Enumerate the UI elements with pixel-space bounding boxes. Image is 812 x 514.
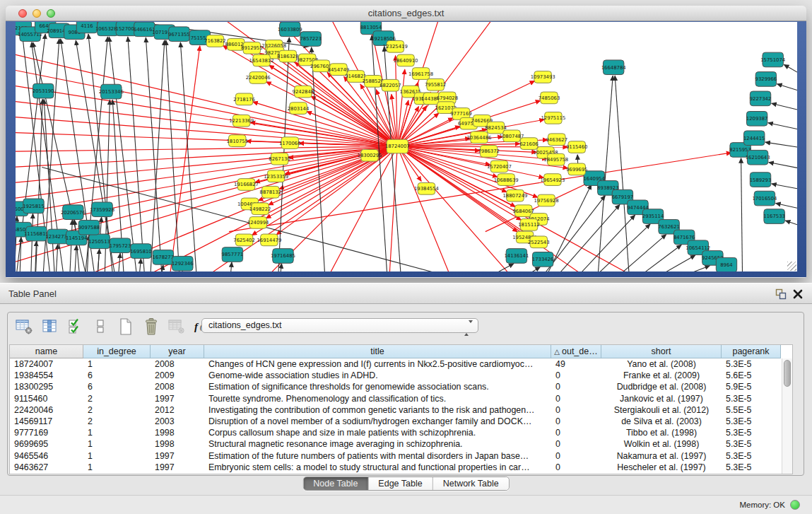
- graph-node[interactable]: 16961758: [408, 68, 433, 80]
- graph-node[interactable]: 18640910: [394, 54, 418, 66]
- graph-node[interactable]: 15751074: [760, 52, 785, 67]
- graph-node[interactable]: 1925815: [23, 199, 45, 214]
- resize-grip[interactable]: [787, 262, 796, 271]
- rows-button[interactable]: [90, 317, 110, 336]
- network-canvas[interactable]: 2108140557126646208914069083411610653287…: [16, 22, 797, 271]
- graph-node[interactable]: 8964: [716, 257, 736, 271]
- graph-node[interactable]: 20153346: [99, 84, 124, 99]
- tab-node-table[interactable]: Node Table: [303, 477, 368, 491]
- import-table-button[interactable]: [167, 317, 186, 336]
- graph-node[interactable]: 1240994: [247, 217, 269, 229]
- graph-node[interactable]: 9242848: [293, 86, 314, 98]
- graph-node[interactable]: 1810755: [226, 135, 248, 147]
- table-row[interactable]: 1938455462009Genome-wide association stu…: [10, 370, 782, 381]
- graph-window-titlebar[interactable]: citations_edges.txt: [6, 6, 806, 21]
- graph-node[interactable]: 1244415: [743, 131, 765, 146]
- column-header-title[interactable]: title: [204, 345, 551, 358]
- column-header-out_de[interactable]: △out_de…: [551, 345, 601, 358]
- column-header-year[interactable]: year: [151, 345, 204, 358]
- graph-node[interactable]: 7163822: [204, 35, 226, 47]
- graph-node[interactable]: 10973493: [531, 71, 555, 83]
- graph-node[interactable]: 1589293: [750, 173, 772, 187]
- graph-node[interactable]: 9097588: [78, 220, 100, 235]
- graph-node[interactable]: 19716485: [271, 249, 295, 264]
- graph-node[interactable]: 8878132: [260, 186, 282, 198]
- graph-node[interactable]: 19654923: [540, 174, 565, 186]
- zoom-window-button[interactable]: [47, 9, 55, 18]
- graph-node[interactable]: 1170066: [279, 137, 301, 149]
- close-panel-icon[interactable]: [792, 288, 804, 300]
- graph-node[interactable]: 1678273: [153, 250, 175, 265]
- tab-edge-table[interactable]: Edge Table: [368, 477, 433, 491]
- graph-node[interactable]: 1795723: [110, 238, 131, 253]
- column-header-short[interactable]: short: [601, 345, 722, 358]
- graph-node[interactable]: 9329966: [755, 72, 777, 87]
- graph-node[interactable]: 16210643: [746, 150, 770, 165]
- table-row[interactable]: 946554611997Estimation of the future num…: [10, 450, 782, 462]
- graph-node[interactable]: 10688639: [494, 174, 519, 186]
- show-columns-button[interactable]: [40, 317, 59, 336]
- graph-node[interactable]: 22420046: [246, 72, 271, 84]
- graph-node[interactable]: 9671355: [168, 27, 190, 42]
- tab-network-table[interactable]: Network Table: [433, 477, 509, 491]
- graph-node[interactable]: 17359928: [90, 202, 114, 217]
- graph-node[interactable]: 9115460: [566, 141, 588, 153]
- graph-node[interactable]: 7857223: [300, 32, 322, 47]
- graph-hub-node[interactable]: 18724007: [385, 139, 410, 153]
- graph-node[interactable]: 2718176: [233, 93, 255, 105]
- graph-node[interactable]: 1695810: [130, 244, 152, 259]
- column-header-pagerank[interactable]: pagerank: [722, 345, 781, 358]
- table-row[interactable]: 977716911998Corpus callosum shape and si…: [10, 427, 782, 438]
- graph-node[interactable]: 1733426: [532, 252, 554, 267]
- graph-node[interactable]: 2053190: [33, 83, 54, 98]
- select-columns-button[interactable]: [65, 317, 84, 336]
- citation-network-graph[interactable]: 2108140557126646208914069083411610653287…: [16, 22, 797, 271]
- graph-node[interactable]: 19166827: [234, 179, 259, 191]
- graph-node[interactable]: 16914479: [257, 234, 281, 246]
- graph-node[interactable]: 18300295: [358, 149, 382, 161]
- graph-node[interactable]: 9699695: [566, 163, 588, 175]
- delete-columns-button[interactable]: [141, 317, 160, 336]
- graph-node[interactable]: 20206576: [61, 205, 86, 220]
- graph-node[interactable]: 1815112: [518, 218, 540, 230]
- graph-node[interactable]: 19384554: [414, 182, 439, 194]
- graph-node[interactable]: 20364486: [466, 132, 491, 144]
- minimize-window-button[interactable]: [33, 9, 41, 18]
- graph-node[interactable]: 16543812: [249, 54, 274, 66]
- graph-node[interactable]: 9857771: [222, 247, 244, 262]
- graph-node[interactable]: 1167533: [763, 209, 785, 224]
- graph-node[interactable]: 8267130: [269, 153, 290, 165]
- graph-node[interactable]: 12213369: [229, 115, 254, 127]
- graph-node[interactable]: 19756928: [534, 194, 559, 206]
- graph-node[interactable]: 7986372: [478, 146, 500, 158]
- table-row[interactable]: 1872400712008Changes of HCN gene express…: [10, 358, 782, 370]
- scrollbar-thumb[interactable]: [784, 360, 791, 387]
- graph-node[interactable]: 1250513: [88, 234, 110, 249]
- graph-node[interactable]: 2522543: [528, 236, 550, 248]
- table-row[interactable]: 1830029562008Estimation of significance …: [10, 381, 782, 392]
- graph-node[interactable]: 16648784: [601, 60, 626, 75]
- graph-node[interactable]: 1498222: [249, 203, 271, 215]
- table-selector-dropdown[interactable]: citations_edges.txt: [201, 318, 478, 333]
- graph-node[interactable]: 12353359: [264, 170, 288, 182]
- graph-node[interactable]: 1209387: [746, 112, 768, 127]
- graph-node[interactable]: 9227342: [750, 91, 772, 106]
- column-header-name[interactable]: name: [10, 345, 83, 358]
- create-table-button[interactable]: [116, 317, 135, 336]
- column-header-in_degree[interactable]: in_degree: [83, 345, 151, 358]
- graph-node[interactable]: 2803144: [288, 103, 310, 115]
- graph-node[interactable]: 8912955: [241, 42, 263, 54]
- table-row[interactable]: 911546021997Tourette syndrome. Phenomeno…: [10, 393, 782, 404]
- table-row[interactable]: 2242004622012Investigating the contribut…: [10, 404, 782, 416]
- graph-node[interactable]: 8186328: [277, 50, 299, 62]
- graph-node[interactable]: 12975115: [541, 112, 565, 124]
- graph-node[interactable]: 14136141: [504, 249, 529, 264]
- graph-node[interactable]: 621606: [519, 138, 538, 150]
- graph-node[interactable]: 12325419: [383, 40, 408, 52]
- table-row[interactable]: 1456911722003Disruption of a novel membe…: [10, 416, 782, 427]
- graph-node[interactable]: 16033809: [278, 22, 302, 37]
- graph-node[interactable]: 7485063: [539, 92, 560, 104]
- close-window-button[interactable]: [18, 9, 27, 18]
- graph-node[interactable]: 18807249: [502, 189, 527, 201]
- table-settings-button[interactable]: [14, 317, 33, 336]
